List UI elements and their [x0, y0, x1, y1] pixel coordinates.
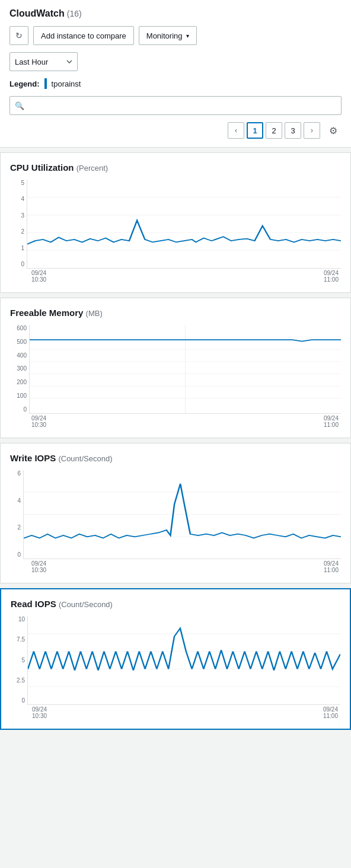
read-iops-card: Read IOPS (Count/Second) 10 7.5 5 2.5 0 [0, 588, 351, 730]
y-label: 5 [21, 180, 24, 186]
y-label: 2 [21, 228, 24, 235]
write-iops-chart-svg [24, 470, 341, 559]
y-label: 6 [17, 470, 21, 477]
y-label: 400 [17, 352, 27, 359]
legend-color-bar [44, 78, 47, 89]
x-label: 09/2411:00 [324, 415, 339, 428]
search-input[interactable] [9, 96, 342, 115]
refresh-button[interactable]: ↻ [9, 26, 28, 45]
legend-value: tporainst [52, 79, 81, 88]
legend-label: Legend: [9, 79, 40, 88]
cpu-x-axis: 09/2410:30 09/2411:00 [10, 270, 341, 283]
page-title: CloudWatch [9, 8, 65, 19]
header-section: CloudWatch (16) ↻ Add instance to compar… [0, 0, 351, 148]
y-label: 0 [21, 697, 25, 704]
x-label: 09/2410:30 [32, 706, 47, 719]
y-label: 0 [23, 406, 27, 413]
read-iops-title: Read IOPS (Count/Second) [11, 599, 340, 609]
monitoring-button[interactable]: Monitoring ▾ [139, 26, 197, 45]
x-label: 09/2411:00 [324, 270, 339, 283]
page-count: (16) [67, 9, 82, 18]
search-icon: 🔍 [15, 101, 24, 110]
header-title-row: CloudWatch (16) [9, 8, 342, 19]
y-label: 4 [21, 196, 24, 202]
y-label: 2.5 [17, 677, 25, 684]
pagination-next-button[interactable]: › [304, 122, 320, 139]
add-instance-button[interactable]: Add instance to compare [33, 26, 134, 45]
y-label: 2 [17, 524, 21, 531]
pagination-row: ‹ 1 2 3 › ⚙ [9, 122, 342, 139]
time-range-select[interactable]: Last Hour Last 3 Hours Last 12 Hours Las… [9, 52, 78, 71]
read-iops-x-axis: 09/2410:30 09/2411:00 [11, 706, 340, 719]
memory-x-axis: 09/2410:30 09/2411:00 [10, 415, 341, 428]
freeable-memory-card: Freeable Memory (MB) 600 500 400 300 200… [0, 298, 351, 438]
freeable-memory-title: Freeable Memory (MB) [10, 308, 341, 318]
write-iops-card: Write IOPS (Count/Second) 6 4 2 0 [0, 443, 351, 583]
settings-button[interactable]: ⚙ [325, 122, 342, 139]
y-label: 100 [17, 392, 27, 399]
y-label: 7.5 [17, 636, 25, 643]
x-label: 09/2411:00 [323, 706, 338, 719]
write-iops-title: Write IOPS (Count/Second) [10, 453, 341, 463]
monitoring-dropdown-arrow: ▾ [186, 33, 189, 39]
y-label: 0 [21, 261, 24, 267]
cpu-utilization-card: CPU Utilization (Percent) 5 4 3 2 1 0 [0, 152, 351, 293]
legend-row: Legend: tporainst [9, 78, 342, 89]
cpu-utilization-title: CPU Utilization (Percent) [10, 162, 341, 173]
write-iops-x-axis: 09/2410:30 09/2411:00 [10, 560, 341, 573]
read-iops-chart-svg [28, 616, 340, 704]
y-label: 3 [21, 212, 24, 219]
y-label: 5 [21, 657, 25, 663]
header-controls: ↻ Add instance to compare Monitoring ▾ [9, 26, 342, 45]
y-label: 1 [21, 245, 24, 251]
x-label: 09/2410:30 [31, 270, 46, 283]
x-label: 09/2410:30 [31, 415, 46, 428]
y-label: 600 [17, 325, 27, 331]
search-container: 🔍 [9, 96, 342, 115]
pagination-page-2[interactable]: 2 [266, 122, 282, 139]
y-label: 4 [17, 497, 21, 504]
memory-chart-svg [30, 325, 341, 413]
pagination-page-1[interactable]: 1 [247, 122, 263, 139]
y-label: 200 [17, 379, 27, 385]
pagination-prev-button[interactable]: ‹ [228, 122, 244, 139]
y-label: 0 [17, 551, 21, 558]
y-label: 10 [18, 616, 25, 623]
time-row: Last Hour Last 3 Hours Last 12 Hours Las… [9, 52, 342, 71]
monitoring-label: Monitoring [146, 31, 183, 40]
pagination-page-3[interactable]: 3 [285, 122, 301, 139]
main-container: CloudWatch (16) ↻ Add instance to compar… [0, 0, 351, 730]
x-label: 09/2410:30 [31, 560, 46, 573]
x-label: 09/2411:00 [324, 560, 339, 573]
y-label: 500 [17, 339, 27, 345]
cpu-chart-svg [27, 180, 341, 268]
y-label: 300 [17, 365, 27, 372]
